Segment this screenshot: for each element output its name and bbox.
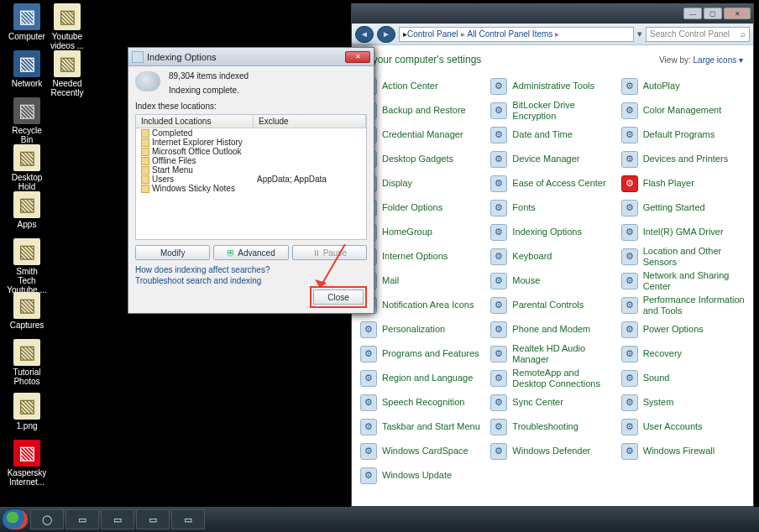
close-window-button[interactable]: ✕ <box>724 8 751 19</box>
taskbar-app-1[interactable]: ▭ <box>101 509 134 529</box>
locations-list[interactable]: Included Locations Exclude CompletedInte… <box>135 114 367 240</box>
cp-item-action-center[interactable]: ⚙Action Center <box>357 74 487 98</box>
start-button[interactable] <box>2 509 29 530</box>
cp-item-realtek-hd-audio-manager[interactable]: ⚙Realtek HD Audio Manager <box>487 342 617 366</box>
location-row[interactable]: Start Menu <box>136 165 366 175</box>
cp-item-phone-and-modem[interactable]: ⚙Phone and Modem <box>487 317 617 342</box>
cp-item-network-and-sharing-center[interactable]: ⚙Network and Sharing Center <box>618 269 748 293</box>
cp-item-getting-started[interactable]: ⚙Getting Started <box>618 196 748 220</box>
location-row[interactable]: UsersAppData; AppData <box>136 175 366 184</box>
cp-item-internet-options[interactable]: ⚙Internet Options <box>357 244 487 269</box>
page-title: st your computer's settings <box>362 54 481 65</box>
cp-item-sync-center[interactable]: ⚙Sync Center <box>487 390 617 415</box>
desktop-icon-apps[interactable]: ▧Apps <box>7 191 47 229</box>
advanced-button[interactable]: ⛨Advanced <box>213 245 288 260</box>
location-row[interactable]: Microsoft Office Outlook <box>136 147 366 156</box>
cp-item-indexing-options[interactable]: ⚙Indexing Options <box>487 220 617 244</box>
breadcrumb-all-items[interactable]: All Control Panel Items <box>468 29 553 39</box>
cp-item-windows-update[interactable]: ⚙Windows Update <box>357 463 487 488</box>
cp-item-system[interactable]: ⚙System <box>618 390 748 415</box>
location-row[interactable]: Internet Explorer History <box>136 138 366 147</box>
cp-item-date-and-time[interactable]: ⚙Date and Time <box>487 123 617 147</box>
view-by-dropdown[interactable]: Large icons ▾ <box>694 55 743 65</box>
cp-item-flash-player[interactable]: ⚙Flash Player <box>618 171 748 196</box>
dialog-titlebar[interactable]: Indexing Options ✕ <box>128 48 374 66</box>
cp-item-speech-recognition[interactable]: ⚙Speech Recognition <box>357 390 487 415</box>
cp-item-device-manager[interactable]: ⚙Device Manager <box>487 147 617 171</box>
cp-item-performance-information-and-tools[interactable]: ⚙Performance Information and Tools <box>618 293 748 317</box>
cp-item-display[interactable]: ⚙Display <box>357 171 487 196</box>
location-row[interactable]: Windows Sticky Notes <box>136 184 366 193</box>
taskbar-app-2[interactable]: ▭ <box>136 509 170 529</box>
cp-header: st your computer's settings View by: Lar… <box>352 45 753 70</box>
taskbar-app-3[interactable]: ▭ <box>171 509 205 529</box>
cp-item-sound[interactable]: ⚙Sound <box>618 366 748 390</box>
desktop-icon-network[interactable]: ▧Network <box>7 50 47 88</box>
cp-item-troubleshooting[interactable]: ⚙Troubleshooting <box>487 415 617 439</box>
cp-item-backup-and-restore[interactable]: ⚙Backup and Restore <box>357 98 487 123</box>
link-how-indexing[interactable]: How does indexing affect searches? <box>135 265 367 274</box>
desktop-icon-computer[interactable]: ▧Computer <box>7 3 47 41</box>
desktop-icon-smith-tech-youtube-[interactable]: ▧Smith Tech Youtube ... <box>7 238 47 295</box>
cp-item-programs-and-features[interactable]: ⚙Programs and Features <box>357 342 487 366</box>
cp-item-administrative-tools[interactable]: ⚙Administrative Tools <box>487 74 617 98</box>
minimize-button[interactable]: — <box>683 8 702 19</box>
taskbar-explorer[interactable]: ▭ <box>65 509 99 529</box>
cp-item-region-and-language[interactable]: ⚙Region and Language <box>357 366 487 390</box>
cp-item-personalization[interactable]: ⚙Personalization <box>357 317 487 342</box>
cp-item-windows-defender[interactable]: ⚙Windows Defender <box>487 439 617 463</box>
desktop-icon-tutorial-photos[interactable]: ▧Tutorial Photos <box>7 339 47 386</box>
desktop-icon-kaspersky-internet-[interactable]: ▧Kaspersky Internet... <box>7 440 47 487</box>
desktop-icon-captures[interactable]: ▧Captures <box>7 292 47 330</box>
location-row[interactable]: Completed <box>136 128 366 138</box>
back-button[interactable]: ◄ <box>355 26 374 43</box>
cp-item-folder-options[interactable]: ⚙Folder Options <box>357 196 487 220</box>
modify-button[interactable]: Modify <box>135 245 210 260</box>
cp-item-remoteapp-and-desktop-connections[interactable]: ⚙RemoteApp and Desktop Connections <box>487 366 617 390</box>
cp-item-power-options[interactable]: ⚙Power Options <box>618 317 748 342</box>
link-troubleshoot[interactable]: Troubleshoot search and indexing <box>135 276 367 285</box>
taskbar[interactable]: ◯ ▭ ▭ ▭ ▭ <box>0 507 759 532</box>
cp-item-default-programs[interactable]: ⚙Default Programs <box>618 123 748 147</box>
search-input[interactable]: Search Control Panel ⌕ <box>646 27 750 42</box>
cp-item-intel-r-gma-driver[interactable]: ⚙Intel(R) GMA Driver <box>618 220 748 244</box>
cp-item-icon: ⚙ <box>360 346 377 362</box>
cp-item-notification-area-icons[interactable]: ⚙Notification Area Icons <box>357 293 487 317</box>
cp-item-autoplay[interactable]: ⚙AutoPlay <box>618 74 748 98</box>
cp-item-taskbar-and-start-menu[interactable]: ⚙Taskbar and Start Menu <box>357 415 487 439</box>
desktop-icon-needed-recently[interactable]: ▧Needed Recently <box>47 50 87 97</box>
desktop-icon-youtube-videos-[interactable]: ▧Youtube videos ... <box>47 3 87 50</box>
cp-item-mouse[interactable]: ⚙Mouse <box>487 269 617 293</box>
maximize-button[interactable]: ▢ <box>704 8 722 19</box>
cp-item-user-accounts[interactable]: ⚙User Accounts <box>618 415 748 439</box>
cp-item-color-management[interactable]: ⚙Color Management <box>618 98 748 123</box>
forward-button[interactable]: ► <box>377 26 395 43</box>
address-bar[interactable]: ▸ Control Panel ▸ All Control Panel Item… <box>399 27 634 42</box>
cp-item-icon: ⚙ <box>360 419 377 436</box>
cp-item-keyboard[interactable]: ⚙Keyboard <box>487 244 617 269</box>
location-row[interactable]: Offline Files <box>136 156 366 165</box>
cp-item-homegroup[interactable]: ⚙HomeGroup <box>357 220 487 244</box>
cp-item-desktop-gadgets[interactable]: ⚙Desktop Gadgets <box>357 147 487 171</box>
cp-item-mail[interactable]: ⚙Mail <box>357 269 487 293</box>
cp-item-ease-of-access-center[interactable]: ⚙Ease of Access Center <box>487 171 617 196</box>
desktop[interactable]: ▧Computer▧Youtube videos ...▧Network▧Nee… <box>0 0 759 532</box>
breadcrumb-control-panel[interactable]: Control Panel <box>407 29 458 39</box>
cp-item-parental-controls[interactable]: ⚙Parental Controls <box>487 293 617 317</box>
cp-item-bitlocker-drive-encryption[interactable]: ⚙BitLocker Drive Encryption <box>487 98 617 123</box>
taskbar-chrome[interactable]: ◯ <box>30 509 64 529</box>
desktop-icon-desktop-hold[interactable]: ▧Desktop Hold <box>7 144 47 191</box>
cp-item-location-and-other-sensors[interactable]: ⚙Location and Other Sensors <box>618 244 748 269</box>
desktop-icon-recycle-bin[interactable]: ▧Recycle Bin <box>7 97 47 144</box>
view-by: View by: Large icons ▾ <box>659 55 743 65</box>
cp-item-icon: ⚙ <box>621 102 638 119</box>
cp-item-devices-and-printers[interactable]: ⚙Devices and Printers <box>618 147 748 171</box>
cp-item-credential-manager[interactable]: ⚙Credential Manager <box>357 123 487 147</box>
dialog-close-x[interactable]: ✕ <box>345 51 370 63</box>
cp-item-recovery[interactable]: ⚙Recovery <box>618 342 748 366</box>
cp-item-fonts[interactable]: ⚙Fonts <box>487 196 617 220</box>
dialog-icon <box>132 51 144 63</box>
desktop-icon-1-png[interactable]: ▧1.png <box>7 393 47 430</box>
cp-item-windows-cardspace[interactable]: ⚙Windows CardSpace <box>357 439 487 463</box>
cp-item-windows-firewall[interactable]: ⚙Windows Firewall <box>618 439 748 463</box>
